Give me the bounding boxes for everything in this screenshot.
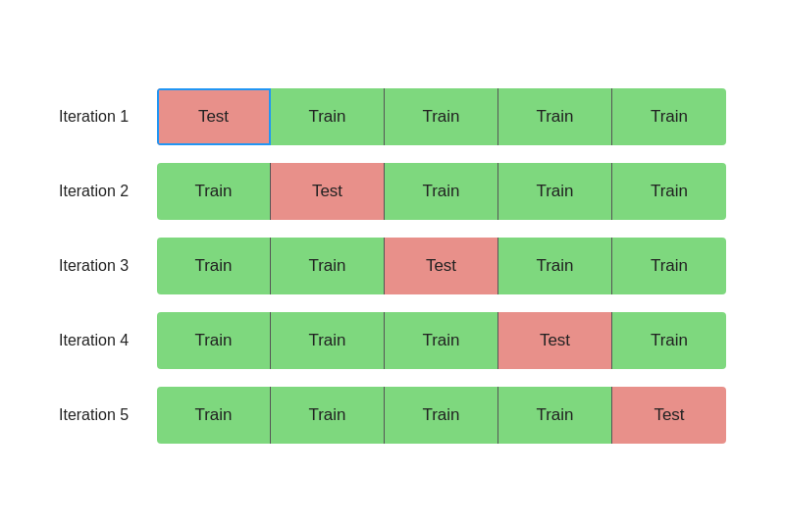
fold-2-3: Train <box>385 163 498 220</box>
fold-5-3: Train <box>385 387 498 444</box>
fold-5-5: Test <box>612 387 726 444</box>
folds-row-5: TrainTrainTrainTrainTest <box>157 387 726 444</box>
iteration-label-2: Iteration 2 <box>59 183 157 200</box>
fold-3-5: Train <box>612 238 726 294</box>
fold-4-3: Train <box>385 312 498 369</box>
fold-1-5: Train <box>612 88 726 145</box>
iteration-label-1: Iteration 1 <box>59 108 157 126</box>
cross-validation-diagram: Iteration 1TestTrainTrainTrainTrainItera… <box>29 69 756 463</box>
fold-1-1: Test <box>157 88 271 145</box>
folds-row-3: TrainTrainTestTrainTrain <box>157 238 726 294</box>
iteration-row-4: Iteration 4TrainTrainTrainTestTrain <box>59 312 726 369</box>
fold-5-1: Train <box>157 387 271 444</box>
fold-4-1: Train <box>157 312 271 369</box>
fold-2-5: Train <box>612 163 726 220</box>
iteration-label-5: Iteration 5 <box>59 406 157 424</box>
fold-4-2: Train <box>271 312 385 369</box>
iteration-row-2: Iteration 2TrainTestTrainTrainTrain <box>59 163 726 220</box>
iteration-row-5: Iteration 5TrainTrainTrainTrainTest <box>59 387 726 444</box>
fold-4-5: Train <box>612 312 726 369</box>
fold-4-4: Test <box>498 312 612 369</box>
fold-2-1: Train <box>157 163 271 220</box>
folds-row-2: TrainTestTrainTrainTrain <box>157 163 726 220</box>
iteration-row-3: Iteration 3TrainTrainTestTrainTrain <box>59 238 726 294</box>
folds-row-1: TestTrainTrainTrainTrain <box>157 88 726 145</box>
folds-row-4: TrainTrainTrainTestTrain <box>157 312 726 369</box>
iteration-row-1: Iteration 1TestTrainTrainTrainTrain <box>59 88 726 145</box>
fold-5-4: Train <box>498 387 612 444</box>
fold-1-2: Train <box>271 88 385 145</box>
fold-1-3: Train <box>385 88 498 145</box>
iteration-label-4: Iteration 4 <box>59 332 157 349</box>
fold-3-3: Test <box>385 238 498 294</box>
iteration-label-3: Iteration 3 <box>59 257 157 275</box>
fold-3-1: Train <box>157 238 271 294</box>
fold-2-4: Train <box>498 163 612 220</box>
fold-1-4: Train <box>498 88 612 145</box>
fold-3-4: Train <box>498 238 612 294</box>
fold-2-2: Test <box>271 163 385 220</box>
fold-3-2: Train <box>271 238 385 294</box>
fold-5-2: Train <box>271 387 385 444</box>
